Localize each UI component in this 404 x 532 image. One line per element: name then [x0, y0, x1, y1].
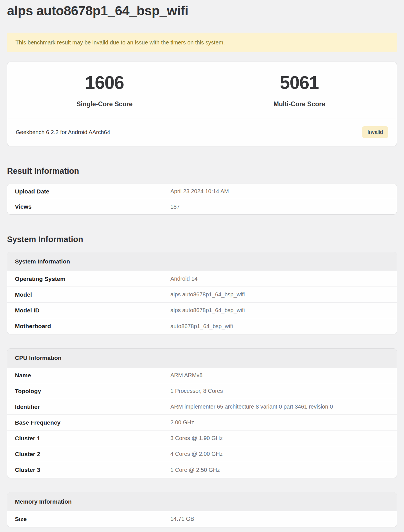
score-grid: 1606 Single-Core Score 5061 Multi-Core S…	[7, 62, 397, 118]
timer-warning-text: This benchmark result may be invalid due…	[15, 39, 225, 46]
row-label: Identifier	[15, 403, 170, 410]
table-row: Base Frequency 2.00 GHz	[7, 415, 397, 430]
page-container: alps auto8678p1_64_bsp_wifi This benchma…	[0, 3, 404, 527]
row-value: auto8678p1_64_bsp_wifi	[170, 323, 233, 330]
table-row: Model ID alps auto8678p1_64_bsp_wifi	[7, 303, 397, 318]
row-label: Cluster 1	[15, 435, 170, 442]
row-label: Name	[15, 372, 170, 379]
single-core-score-label: Single-Core Score	[76, 100, 132, 108]
table-row: Size 14.71 GB	[7, 511, 397, 527]
memory-information-table: Memory Information Size 14.71 GB	[7, 492, 397, 527]
single-core-score-value: 1606	[85, 72, 124, 93]
row-label: Cluster 3	[15, 466, 170, 473]
table-row: Cluster 2 4 Cores @ 2.00 GHz	[7, 446, 397, 462]
table-row: Upload Date April 23 2024 10:14 AM	[7, 184, 397, 199]
score-card-footer: Geekbench 6.2.2 for Android AArch64 Inva…	[7, 118, 397, 146]
row-value: alps auto8678p1_64_bsp_wifi	[170, 291, 245, 298]
group-header-cpu-information: CPU Information	[7, 349, 397, 368]
row-label: Cluster 2	[15, 451, 170, 457]
multi-core-score-cell: 5061 Multi-Core Score	[202, 62, 397, 118]
section-heading-result-information: Result Information	[7, 166, 397, 176]
page-title: alps auto8678p1_64_bsp_wifi	[7, 3, 397, 19]
row-value: alps auto8678p1_64_bsp_wifi	[170, 307, 245, 314]
table-row: Motherboard auto8678p1_64_bsp_wifi	[7, 318, 397, 334]
geekbench-version-text: Geekbench 6.2.2 for Android AArch64	[16, 129, 110, 136]
table-row: Model alps auto8678p1_64_bsp_wifi	[7, 287, 397, 303]
row-value: ARM implementer 65 architecture 8 varian…	[170, 403, 333, 410]
table-row: Cluster 1 3 Cores @ 1.90 GHz	[7, 430, 397, 446]
table-row: Views 187	[7, 199, 397, 214]
row-label: Base Frequency	[15, 419, 170, 426]
row-label: Model	[15, 291, 170, 298]
table-row: Identifier ARM implementer 65 architectu…	[7, 399, 397, 415]
row-value: 1 Core @ 2.50 GHz	[170, 467, 220, 473]
row-label: Size	[15, 516, 170, 522]
section-heading-system-information: System Information	[7, 235, 397, 244]
row-value: 14.71 GB	[170, 516, 194, 522]
row-value: 4 Cores @ 2.00 GHz	[170, 451, 223, 457]
multi-core-score-label: Multi-Core Score	[274, 100, 325, 108]
group-header-memory-information: Memory Information	[7, 492, 397, 511]
row-label: Motherboard	[15, 323, 170, 330]
row-label: Upload Date	[15, 188, 170, 195]
timer-warning-banner: This benchmark result may be invalid due…	[7, 33, 397, 52]
row-label: Model ID	[15, 307, 170, 314]
group-header-system-information: System Information	[7, 252, 397, 271]
table-row: Topology 1 Processor, 8 Cores	[7, 383, 397, 399]
score-card: 1606 Single-Core Score 5061 Multi-Core S…	[7, 62, 397, 146]
single-core-score-cell: 1606 Single-Core Score	[7, 62, 202, 118]
cpu-information-table: CPU Information Name ARM ARMv8 Topology …	[7, 348, 397, 478]
row-value: ARM ARMv8	[170, 372, 202, 378]
row-label: Topology	[15, 388, 170, 395]
row-label: Operating System	[15, 276, 170, 282]
multi-core-score-value: 5061	[280, 72, 319, 93]
system-information-table: System Information Operating System Andr…	[7, 252, 397, 334]
row-value: 3 Cores @ 1.90 GHz	[170, 435, 223, 441]
table-row: Cluster 3 1 Core @ 2.50 GHz	[7, 462, 397, 478]
row-label: Views	[15, 203, 170, 210]
invalid-status-badge: Invalid	[362, 126, 388, 138]
row-value: 2.00 GHz	[170, 419, 194, 426]
row-value: Android 14	[170, 276, 198, 282]
table-row: Name ARM ARMv8	[7, 368, 397, 383]
row-value: 1 Processor, 8 Cores	[170, 388, 223, 394]
row-value: April 23 2024 10:14 AM	[170, 188, 229, 195]
result-information-table: Upload Date April 23 2024 10:14 AM Views…	[7, 184, 397, 215]
row-value: 187	[170, 204, 180, 210]
table-row: Operating System Android 14	[7, 271, 397, 287]
